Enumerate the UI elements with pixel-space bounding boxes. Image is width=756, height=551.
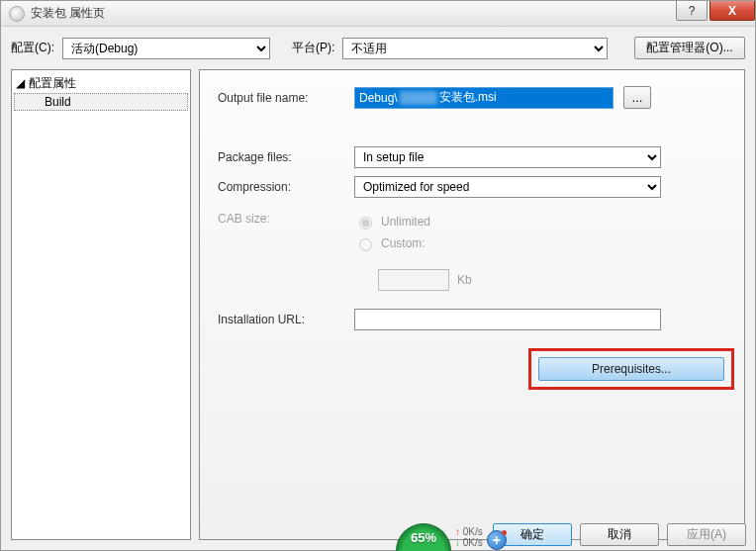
tree-node-build[interactable]: Build (14, 93, 188, 111)
toolbar: 配置(C): 活动(Debug) 平台(P): 不适用 配置管理器(O)... (1, 27, 755, 69)
app-icon (9, 6, 25, 22)
property-page-dialog: 安装包 属性页 ? X 配置(C): 活动(Debug) 平台(P): 不适用 … (0, 0, 756, 551)
apply-button[interactable]: 应用(A) (667, 523, 746, 546)
close-button[interactable]: X (709, 1, 755, 21)
redacted-text (400, 91, 437, 105)
cab-size-input (378, 269, 449, 291)
cab-size-label: CAB size: (218, 212, 354, 226)
output-file-label: Output file name: (218, 91, 354, 105)
compression-combo[interactable]: Optimized for speed (354, 176, 661, 198)
package-files-combo[interactable]: In setup file (354, 146, 661, 168)
dialog-footer: 确定 取消 应用(A) (0, 517, 756, 551)
ellipsis-icon: ... (631, 90, 642, 105)
network-widget: 65% ↑ 0K/s ↓ 0K/s + (396, 523, 507, 551)
help-button[interactable]: ? (676, 1, 708, 21)
config-manager-button[interactable]: 配置管理器(O)... (634, 37, 745, 59)
compression-label: Compression: (218, 180, 354, 194)
cab-custom-radio: Custom: (354, 235, 472, 251)
config-combo[interactable]: 活动(Debug) (62, 38, 270, 59)
titlebar: 安装包 属性页 ? X (1, 1, 755, 27)
package-files-label: Package files: (218, 150, 354, 164)
tree-root-label: 配置属性 (29, 76, 76, 90)
cab-unlimited-input (359, 217, 372, 230)
kb-unit-label: Kb (457, 273, 472, 287)
arrow-down-icon: ↓ (455, 537, 460, 548)
cancel-button[interactable]: 取消 (580, 523, 659, 546)
plus-badge-icon[interactable]: + (487, 530, 507, 550)
platform-combo[interactable]: 不适用 (342, 38, 608, 59)
arrow-up-icon: ↑ (455, 526, 460, 537)
cab-unlimited-radio: Unlimited (354, 214, 472, 230)
browse-button[interactable]: ... (623, 86, 651, 109)
config-tree[interactable]: ◢ 配置属性 Build (11, 69, 191, 540)
tree-child-label: Build (45, 95, 71, 109)
prerequisites-button[interactable]: Prerequisites... (538, 357, 724, 381)
output-file-input[interactable]: Debug\ 安装包.msi (354, 87, 614, 109)
close-icon: X (728, 4, 736, 18)
tree-node-root[interactable]: ◢ 配置属性 (14, 74, 188, 93)
install-url-label: Installation URL: (218, 313, 354, 326)
cab-custom-input (359, 238, 372, 251)
prerequisites-highlight: Prerequisites... (528, 348, 734, 390)
config-label: 配置(C): (11, 40, 54, 56)
percent-badge: 65% (396, 523, 451, 551)
window-title: 安装包 属性页 (31, 5, 105, 22)
caret-down-icon: ◢ (16, 76, 26, 90)
help-icon: ? (689, 4, 696, 18)
build-panel: Output file name: Debug\ 安装包.msi ... Pac… (199, 69, 745, 540)
platform-label: 平台(P): (292, 40, 334, 56)
install-url-input[interactable] (354, 309, 661, 330)
content-area: ◢ 配置属性 Build Output file name: Debug\ 安装… (1, 69, 755, 550)
